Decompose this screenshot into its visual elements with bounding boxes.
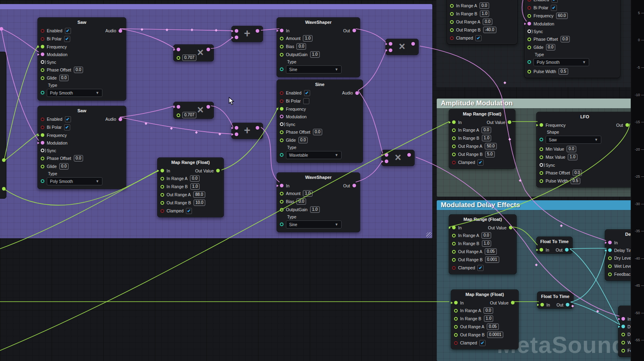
enabled-checkbox[interactable]: ✔ xyxy=(552,0,558,3)
in-input-pin[interactable] xyxy=(540,303,544,306)
in-input-pin[interactable] xyxy=(454,301,458,304)
math-input-pin[interactable] xyxy=(235,126,238,130)
phase-offset-input-pin[interactable] xyxy=(527,38,531,41)
in-range-a-input-pin[interactable] xyxy=(450,4,454,8)
value-box[interactable]: 5.0 xyxy=(485,151,495,157)
operand-input-pin[interactable] xyxy=(177,56,180,60)
bi-polar-checkbox[interactable]: ✔ xyxy=(551,5,557,11)
out-range-a-input-pin[interactable] xyxy=(454,325,458,329)
node-map-range-main[interactable]: Map Range (Float)InOut ValueIn Range A0.… xyxy=(157,157,224,217)
type-dropdown[interactable]: Sine▼ xyxy=(286,220,342,229)
node-lfo[interactable]: LFOFrequencyOutShapeSaw▼Min Value0.0Max … xyxy=(536,112,633,187)
wet-level-input-pin[interactable] xyxy=(608,264,612,268)
out-value-output-pin[interactable] xyxy=(511,301,515,304)
type-dropdown[interactable]: Wavetable▼ xyxy=(286,151,342,159)
value-box[interactable]: 1.0 xyxy=(310,51,320,58)
clamped-checkbox[interactable]: ✔ xyxy=(475,35,481,41)
node-float-to-time-2[interactable]: Float To TimeInOut xyxy=(537,292,573,309)
math-out-output-pin[interactable] xyxy=(407,153,411,157)
math-out-output-pin[interactable] xyxy=(206,48,210,51)
phase-offset-input-pin[interactable] xyxy=(540,171,543,175)
clamped-input-pin[interactable] xyxy=(160,209,164,213)
node-waveshaper-1[interactable]: WaveShaperInOutAmount1.0Bias0.0OutputGai… xyxy=(277,17,360,77)
in-input-pin[interactable] xyxy=(452,120,456,124)
value-box[interactable]: 0.05 xyxy=(485,248,496,255)
node-multiply-2[interactable]: ×0.707 xyxy=(173,102,214,119)
frequency-input-pin[interactable] xyxy=(527,14,531,18)
bi-polar-input-pin[interactable] xyxy=(527,6,531,10)
glide-input-pin[interactable] xyxy=(41,76,44,80)
node-multiply-1[interactable]: ×0.707 xyxy=(173,44,214,61)
phase-offset-input-pin[interactable] xyxy=(41,68,44,72)
value-box[interactable]: 1.0 xyxy=(303,35,313,42)
bi-polar-checkbox[interactable]: ✔ xyxy=(64,36,70,42)
node-multiply-3[interactable]: × xyxy=(386,39,419,55)
in-range-b-input-pin[interactable] xyxy=(450,12,454,16)
type-dropdown[interactable]: Sine▼ xyxy=(286,65,342,73)
max-value-input-pin[interactable] xyxy=(540,155,543,159)
dry-level-input-pin[interactable] xyxy=(621,333,625,336)
min-value-input-pin[interactable] xyxy=(540,147,543,151)
edge-partial-node[interactable] xyxy=(0,52,6,199)
in-input-pin[interactable] xyxy=(280,184,283,187)
glide-input-pin[interactable] xyxy=(280,139,283,142)
value-box[interactable]: 50.0 xyxy=(485,143,496,149)
math-out-output-pin[interactable] xyxy=(256,29,259,33)
pulse-width-input-pin[interactable] xyxy=(540,179,543,183)
type-input-pin[interactable] xyxy=(41,91,44,94)
bi-polar-input-pin[interactable] xyxy=(280,99,283,103)
node-add-1[interactable]: + xyxy=(231,26,263,42)
enabled-checkbox[interactable]: ✔ xyxy=(65,28,71,34)
value-box[interactable]: 0.0 xyxy=(74,67,83,73)
math-input-pin[interactable] xyxy=(177,105,180,109)
node-saw-1[interactable]: SawEnabled✔AudioBi Polar✔FrequencyModula… xyxy=(38,17,126,101)
out-output-pin[interactable] xyxy=(352,29,356,32)
modulation-input-pin[interactable] xyxy=(41,141,44,145)
in-range-b-input-pin[interactable] xyxy=(160,185,164,189)
wet-level-input-pin[interactable] xyxy=(621,341,625,344)
value-box[interactable]: 0.707 xyxy=(182,112,196,118)
edge-output-pin[interactable] xyxy=(2,187,6,191)
out-range-b-input-pin[interactable] xyxy=(452,258,456,262)
delay-time-input-pin[interactable] xyxy=(608,248,612,252)
value-box[interactable]: 0.5 xyxy=(559,68,568,75)
value-box[interactable]: 1.0 xyxy=(480,10,490,17)
enabled-input-pin[interactable] xyxy=(280,91,283,95)
feedback-input-pin[interactable] xyxy=(621,349,625,353)
outputgain-input-pin[interactable] xyxy=(280,208,283,212)
sync-input-pin[interactable] xyxy=(41,149,44,152)
value-box[interactable]: 1.0 xyxy=(484,315,494,322)
in-range-a-input-pin[interactable] xyxy=(452,234,456,237)
audio-output-pin[interactable] xyxy=(355,91,359,95)
value-box[interactable]: 1.0 xyxy=(482,135,492,141)
math-input-pin[interactable] xyxy=(385,160,388,163)
value-box[interactable]: 0.0 xyxy=(481,232,491,239)
value-box[interactable]: 88.0 xyxy=(193,191,205,198)
comment-resize-handle[interactable] xyxy=(426,232,432,238)
modulation-input-pin[interactable] xyxy=(527,22,531,25)
out-range-a-input-pin[interactable] xyxy=(160,193,164,197)
value-box[interactable]: 1.0 xyxy=(482,240,492,247)
enabled-input-pin[interactable] xyxy=(41,29,44,33)
bias-input-pin[interactable] xyxy=(280,45,283,48)
value-box[interactable]: -40.0 xyxy=(483,27,496,33)
value-box[interactable]: 10.0 xyxy=(194,199,205,206)
node-waveshaper-2[interactable]: WaveShaperInOutAmount1.0Bias0.0OutputGai… xyxy=(277,172,360,232)
node-map-range-delay-1[interactable]: Map Range (Float)InOut ValueIn Range A0.… xyxy=(449,214,517,274)
amount-input-pin[interactable] xyxy=(280,37,283,40)
operand-input-pin[interactable] xyxy=(177,113,180,117)
node-map-range-amp[interactable]: Map Range (Float)InOut ValueIn Range A0.… xyxy=(449,109,515,169)
value-box[interactable]: 1.0 xyxy=(190,183,200,190)
math-out-output-pin[interactable] xyxy=(256,126,259,130)
in-range-b-input-pin[interactable] xyxy=(454,317,458,321)
math-input-pin[interactable] xyxy=(385,153,388,157)
enabled-input-pin[interactable] xyxy=(41,118,44,121)
pulse-width-input-pin[interactable] xyxy=(527,70,531,73)
shape-input-pin[interactable] xyxy=(540,138,543,141)
value-box[interactable]: 0.0 xyxy=(481,127,491,133)
frequency-input-pin[interactable] xyxy=(41,133,44,137)
clamped-input-pin[interactable] xyxy=(450,36,454,40)
bi-polar-input-pin[interactable] xyxy=(41,126,44,129)
value-box[interactable]: 0.0 xyxy=(573,170,582,176)
out-range-a-input-pin[interactable] xyxy=(452,250,456,254)
